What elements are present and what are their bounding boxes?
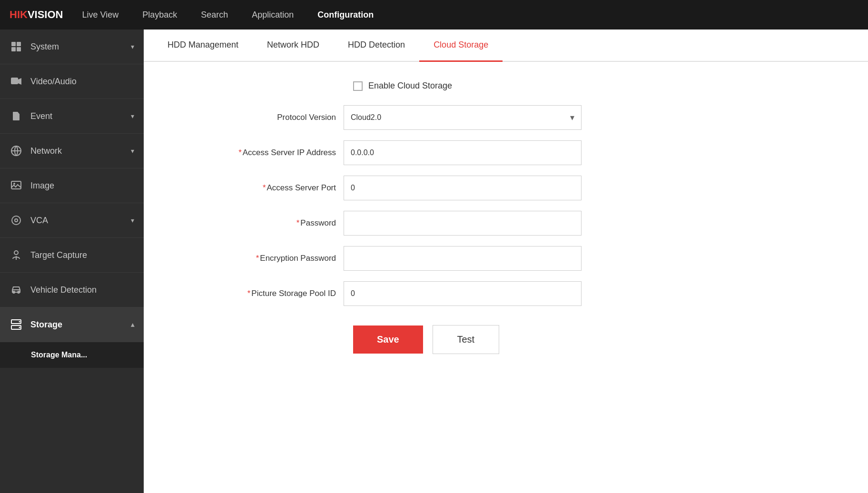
svg-point-20 xyxy=(19,327,20,328)
sidebar-item-event[interactable]: Event ▾ xyxy=(0,99,144,134)
protocol-version-label: Protocol Version xyxy=(172,113,344,122)
video-icon xyxy=(10,75,23,88)
sidebar-item-system[interactable]: System ▾ xyxy=(0,30,144,64)
nav-application[interactable]: Application xyxy=(252,10,294,20)
svg-point-9 xyxy=(13,183,15,185)
encryption-password-label: *Encryption Password xyxy=(172,254,344,263)
enable-cloud-row: Enable Cloud Storage xyxy=(353,81,839,91)
target-capture-icon xyxy=(10,248,23,262)
form-row-picture-storage-pool: *Picture Storage Pool ID xyxy=(172,281,839,306)
form-content: Enable Cloud Storage Protocol Version Cl… xyxy=(144,62,868,493)
system-arrow: ▾ xyxy=(131,43,134,50)
save-button[interactable]: Save xyxy=(353,325,423,354)
sidebar-label-event: Event xyxy=(30,111,52,121)
svg-point-12 xyxy=(14,251,18,255)
required-star-enc-password: * xyxy=(256,254,259,263)
storage-icon xyxy=(10,318,23,331)
access-server-port-input[interactable] xyxy=(344,176,582,200)
sidebar-item-vehicle-detection[interactable]: Vehicle Detection xyxy=(0,273,144,307)
vca-arrow: ▾ xyxy=(131,217,134,224)
svg-rect-2 xyxy=(11,47,16,51)
main-layout: System ▾ Video/Audio Event ▾ Network ▾ xyxy=(0,30,868,493)
vehicle-detection-icon xyxy=(10,283,23,296)
sidebar-label-network: Network xyxy=(30,146,62,156)
svg-rect-8 xyxy=(11,181,21,189)
sidebar-sub-item-storage-management[interactable]: Storage Mana... xyxy=(0,342,144,368)
access-server-port-label: *Access Server Port xyxy=(172,183,344,193)
tab-hdd-management[interactable]: HDD Management xyxy=(153,30,253,62)
sidebar-label-vehicle-detection: Vehicle Detection xyxy=(30,285,97,295)
storage-arrow: ▴ xyxy=(131,321,134,328)
form-row-access-server-port: *Access Server Port xyxy=(172,176,839,200)
svg-point-19 xyxy=(19,321,20,323)
image-icon xyxy=(10,179,23,192)
enable-cloud-text: Enable Cloud Storage xyxy=(368,81,452,91)
svg-rect-3 xyxy=(17,47,21,51)
event-arrow: ▾ xyxy=(131,112,134,120)
network-arrow: ▾ xyxy=(131,147,134,155)
svg-point-10 xyxy=(12,216,20,225)
sidebar-label-system: System xyxy=(30,42,59,52)
svg-rect-0 xyxy=(11,42,16,46)
logo-vision: VISION xyxy=(28,9,63,20)
sidebar-item-storage[interactable]: Storage ▴ xyxy=(0,307,144,342)
sidebar-label-video-audio: Video/Audio xyxy=(30,77,77,87)
tab-network-hdd[interactable]: Network HDD xyxy=(253,30,334,62)
sidebar-item-network[interactable]: Network ▾ xyxy=(0,134,144,168)
enable-cloud-label[interactable]: Enable Cloud Storage xyxy=(353,81,452,91)
system-icon xyxy=(10,40,23,53)
svg-rect-1 xyxy=(17,42,21,46)
form-row-encryption-password: *Encryption Password xyxy=(172,246,839,271)
sidebar: System ▾ Video/Audio Event ▾ Network ▾ xyxy=(0,30,144,493)
access-server-ip-label: *Access Server IP Address xyxy=(172,148,344,158)
sidebar-label-storage: Storage xyxy=(30,320,62,330)
tab-cloud-storage[interactable]: Cloud Storage xyxy=(419,30,503,62)
sidebar-label-image: Image xyxy=(30,181,54,191)
password-input[interactable] xyxy=(344,211,582,236)
chevron-down-icon: ▾ xyxy=(570,112,574,123)
form-row-protocol-version: Protocol Version Cloud2.0 ▾ xyxy=(172,105,839,130)
enable-cloud-checkbox[interactable] xyxy=(353,81,363,91)
svg-marker-5 xyxy=(18,78,21,85)
svg-rect-4 xyxy=(11,78,18,84)
password-label: *Password xyxy=(172,218,344,228)
form-row-password: *Password xyxy=(172,211,839,236)
picture-storage-pool-label: *Picture Storage Pool ID xyxy=(172,289,344,298)
required-star-port: * xyxy=(263,183,266,192)
svg-point-11 xyxy=(15,219,18,222)
tab-hdd-detection[interactable]: HDD Detection xyxy=(334,30,419,62)
nav-playback[interactable]: Playback xyxy=(142,10,177,20)
access-server-ip-input[interactable] xyxy=(344,140,582,165)
sidebar-sub-label-storage-management: Storage Mana... xyxy=(31,351,87,359)
protocol-version-select[interactable]: Cloud2.0 ▾ xyxy=(344,105,582,130)
logo-hik: HIK xyxy=(10,9,28,20)
button-row: Save Test xyxy=(353,325,839,354)
test-button[interactable]: Test xyxy=(433,325,499,354)
event-icon xyxy=(10,109,23,123)
picture-storage-pool-input[interactable] xyxy=(344,281,582,306)
sidebar-item-vca[interactable]: VCA ▾ xyxy=(0,203,144,238)
protocol-version-value: Cloud2.0 xyxy=(351,113,570,122)
sidebar-label-vca: VCA xyxy=(30,216,48,226)
required-star-pool: * xyxy=(247,289,251,298)
required-star-ip: * xyxy=(238,148,242,157)
top-navigation: HIKVISION Live View Playback Search Appl… xyxy=(0,0,868,30)
sidebar-item-target-capture[interactable]: Target Capture xyxy=(0,238,144,273)
encryption-password-input[interactable] xyxy=(344,246,582,271)
sidebar-item-video-audio[interactable]: Video/Audio xyxy=(0,64,144,99)
form-row-access-server-ip: *Access Server IP Address xyxy=(172,140,839,165)
tab-bar: HDD Management Network HDD HDD Detection… xyxy=(144,30,868,62)
sidebar-item-image[interactable]: Image xyxy=(0,168,144,203)
sidebar-label-target-capture: Target Capture xyxy=(30,250,87,260)
nav-search[interactable]: Search xyxy=(201,10,228,20)
vca-icon xyxy=(10,214,23,227)
nav-configuration[interactable]: Configuration xyxy=(317,10,374,20)
nav-items: Live View Playback Search Application Co… xyxy=(82,10,374,20)
network-icon xyxy=(10,144,23,158)
required-star-password: * xyxy=(296,218,300,227)
nav-live-view[interactable]: Live View xyxy=(82,10,118,20)
content-area: HDD Management Network HDD HDD Detection… xyxy=(144,30,868,493)
logo: HIKVISION xyxy=(10,9,63,21)
